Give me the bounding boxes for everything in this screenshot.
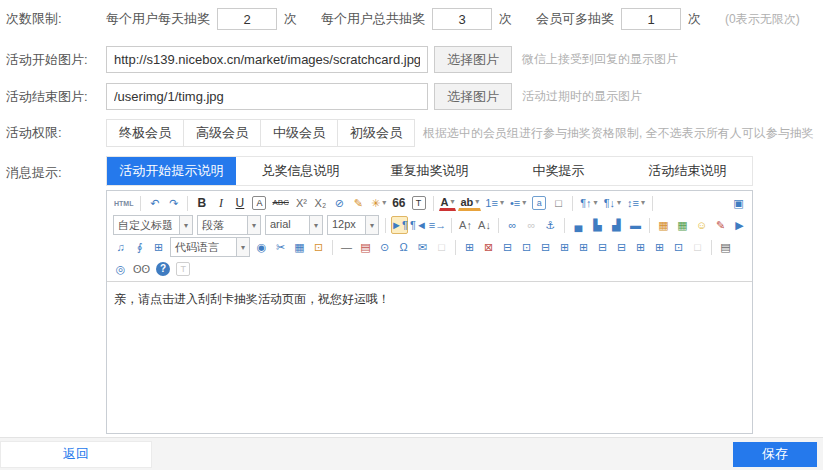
scrawl-button[interactable]: ✎	[712, 216, 729, 234]
merge-cells-button[interactable]: ⊟	[537, 238, 554, 256]
ordered-list-button[interactable]: 1≡▾	[483, 194, 506, 212]
start-image-input[interactable]	[106, 46, 428, 73]
split-to-cols-button[interactable]: ⊞	[651, 238, 668, 256]
insert-message-button[interactable]: ✉	[414, 238, 431, 256]
preview-button[interactable]: ▣	[730, 194, 747, 212]
permission-option-1[interactable]: 终极会员	[106, 119, 184, 147]
start-image-pick-button[interactable]: 选择图片	[434, 46, 512, 73]
search-replace-button[interactable]: ʘʘ	[131, 260, 152, 278]
message-tab-3[interactable]: 重复抽奖说明	[365, 157, 494, 185]
background-color-button[interactable]: ab▾	[458, 196, 481, 211]
format-painter-button[interactable]: ✎	[350, 194, 367, 212]
insert-music-button[interactable]: ♫	[112, 238, 129, 256]
save-button[interactable]: 保存	[733, 442, 817, 467]
redo-button[interactable]: ↷	[165, 194, 182, 212]
paragraph-spacing-top-button[interactable]: ¶↑▾	[578, 194, 599, 212]
select-all-button[interactable]: a	[532, 196, 546, 210]
special-chars-button[interactable]: Ω	[395, 238, 412, 256]
paste-as-text-button[interactable]: T	[412, 196, 426, 210]
screenshot-button[interactable]: ✂	[272, 238, 289, 256]
insert-col-button[interactable]: ⊞	[575, 238, 592, 256]
html-source-button[interactable]: HTML	[112, 194, 135, 212]
font-size-down-button[interactable]: A↓	[476, 216, 493, 234]
paragraph-format-select[interactable]: 段落▾	[197, 215, 261, 235]
insert-frame-button[interactable]: ⊞	[150, 238, 167, 256]
image-float-left-button[interactable]: ▙	[589, 216, 606, 234]
toolbar-row-1: HTML↶↷BIUAABCX²X₂⊘✎✳▾66TA▾ab▾1≡▾•≡▾a□¶↑▾…	[109, 192, 750, 214]
italic-button[interactable]: I	[212, 194, 229, 212]
insert-date-button[interactable]: ▤	[357, 238, 374, 256]
message-tab-5[interactable]: 活动结束说明	[623, 157, 752, 185]
message-row: 消息提示: 活动开始提示说明兑奖信息说明重复抽奖说明中奖提示活动结束说明 HTM…	[0, 156, 823, 434]
font-family-select[interactable]: arial▾	[265, 215, 323, 235]
code-language-select[interactable]: 代码语言▾	[170, 237, 250, 257]
end-image-input[interactable]	[106, 83, 428, 110]
online-image-button[interactable]: ▦	[674, 216, 691, 234]
baidu-app-button[interactable]: ⊡	[310, 238, 327, 256]
delete-table-button[interactable]: ⊠	[480, 238, 497, 256]
horizontal-rule-button[interactable]: —	[338, 238, 355, 256]
blockquote-button[interactable]: 66	[390, 194, 407, 212]
total-draw-input[interactable]	[432, 8, 492, 30]
editor-content[interactable]: 亲，请点击进入刮刮卡抽奖活动页面，祝您好运哦！	[107, 282, 752, 433]
delete-row-button[interactable]: ⊟	[594, 238, 611, 256]
help-button[interactable]: ?	[156, 262, 170, 276]
insert-time-button[interactable]: ⊙	[376, 238, 393, 256]
subscript-button[interactable]: X₂	[312, 194, 329, 212]
back-button[interactable]: 返回	[0, 441, 152, 468]
message-tab-2[interactable]: 兑奖信息说明	[236, 157, 365, 185]
end-image-pick-button[interactable]: 选择图片	[434, 83, 512, 110]
insert-table-button[interactable]: ⊞	[461, 238, 478, 256]
table-title-button[interactable]: ⊡	[518, 238, 535, 256]
image-float-right-button[interactable]: ▟	[608, 216, 625, 234]
strikethrough-button[interactable]: ABC	[270, 194, 290, 212]
insert-map-button[interactable]: ◉	[253, 238, 270, 256]
image-inline-button[interactable]: ▄	[570, 216, 587, 234]
undo-button[interactable]: ↶	[146, 194, 163, 212]
member-extra-draw-input[interactable]	[621, 8, 681, 30]
auto-typeset-button[interactable]: ✳▾	[369, 194, 388, 212]
split-to-rows-button[interactable]: ⊞	[632, 238, 649, 256]
permission-option-3[interactable]: 中级会员	[260, 119, 338, 147]
font-color-button[interactable]: A▾	[439, 196, 457, 211]
table-caption-button[interactable]: ⊟	[499, 238, 516, 256]
image-center-button[interactable]: ▬	[627, 216, 644, 234]
split-cells-button[interactable]: ⊡	[670, 238, 687, 256]
indent-button[interactable]: ≡→	[429, 216, 446, 234]
bold-button[interactable]: B	[193, 194, 210, 212]
print-button[interactable]: ▤	[717, 238, 734, 256]
remove-format-button[interactable]: ⊘	[331, 194, 348, 212]
font-size-up-button[interactable]: A↑	[457, 216, 474, 234]
direction-ltr-button[interactable]: ►¶	[391, 216, 408, 234]
paragraph-spacing-bottom-button[interactable]: ¶↓▾	[602, 194, 623, 212]
insert-video-button[interactable]: ▶	[731, 216, 748, 234]
toolbar-separator	[451, 218, 452, 233]
message-tab-4[interactable]: 中奖提示	[494, 157, 623, 185]
permission-option-4[interactable]: 初级会员	[337, 119, 415, 147]
permission-option-2[interactable]: 高级会员	[183, 119, 261, 147]
anchor-button[interactable]: ⚓	[542, 216, 559, 234]
unordered-list-button[interactable]: •≡▾	[508, 194, 528, 212]
custom-title-select[interactable]: 自定义标题▾	[113, 215, 193, 235]
emotion-button[interactable]: ☺	[693, 216, 710, 234]
delete-col-button[interactable]: ⊟	[613, 238, 630, 256]
clear-doc-button[interactable]: □	[550, 194, 567, 212]
superscript-button[interactable]: X²	[293, 194, 310, 212]
link-button[interactable]: ∞	[504, 216, 521, 234]
font-border-button[interactable]: A	[252, 196, 266, 210]
direction-rtl-button[interactable]: ¶◄	[410, 216, 427, 234]
underline-button[interactable]: U	[231, 194, 248, 212]
message-tab-1[interactable]: 活动开始提示说明	[107, 157, 236, 185]
per-day-draw-input[interactable]	[217, 8, 277, 30]
local-doc-button[interactable]: □	[433, 238, 450, 256]
unlink-button[interactable]: ∞	[523, 216, 540, 234]
font-size-select[interactable]: 12px▾	[327, 215, 379, 235]
insert-image-button[interactable]: ▦	[655, 216, 672, 234]
spreadsheet-button[interactable]: ▦	[291, 238, 308, 256]
preview-zoom-button[interactable]: ◎	[112, 260, 129, 278]
doc-template-button[interactable]: □	[689, 238, 706, 256]
insert-row-button[interactable]: ⊞	[556, 238, 573, 256]
attachment-button[interactable]: ∮	[131, 238, 148, 256]
line-height-button[interactable]: ↕≡▾	[625, 194, 647, 212]
paste-button[interactable]: T	[176, 262, 190, 276]
